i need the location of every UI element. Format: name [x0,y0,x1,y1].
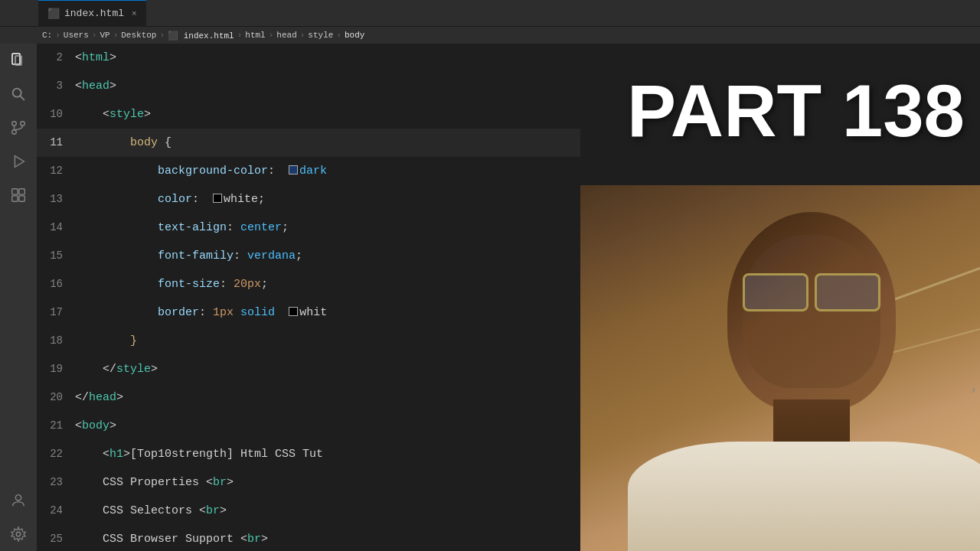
svg-rect-1 [15,56,21,65]
code-line-15: 15 font-family: verdana; [37,242,580,270]
svg-rect-10 [19,189,24,194]
editor-tab[interactable]: ⬛ index.html × [38,0,146,27]
svg-rect-9 [12,189,18,194]
overlay-area: PART 138 [580,44,980,551]
code-line-20: 20 </head> [37,383,580,412]
code-line-10: 10 <style> [37,100,580,129]
webcam-feed: Activate WinGo to Settings › [580,185,980,551]
code-line-19: 19 </style> [37,355,580,383]
code-line-23: 23 CSS Properties <br> [37,468,580,497]
svg-point-6 [12,130,17,135]
scroll-arrow[interactable]: › [969,383,977,397]
svg-point-13 [15,495,21,500]
account-icon[interactable] [8,490,29,511]
debug-icon[interactable] [8,151,29,172]
code-line-22: 22 <h1>[Top10strength] Html CSS Tut [37,440,580,468]
files-icon[interactable] [8,50,29,71]
code-line-16: 16 font-size: 20px; [37,270,580,298]
code-line-2: 2 <html> [37,44,580,72]
extensions-icon[interactable] [8,184,29,206]
svg-rect-11 [12,196,18,201]
color-swatch-white-border [289,307,298,316]
tab-icon: ⬛ [47,8,60,20]
tab-filename: index.html [64,8,124,19]
svg-point-14 [16,532,21,536]
svg-rect-0 [12,54,20,64]
svg-rect-12 [19,196,24,201]
settings-icon[interactable] [8,523,29,545]
source-control-icon[interactable] [8,117,29,139]
tab-close-icon[interactable]: × [132,9,137,18]
color-swatch-dark [289,165,298,174]
code-line-17: 17 border: 1px solid whit [37,298,580,327]
svg-marker-8 [15,156,24,168]
code-line-12: 12 background-color: dark [37,157,580,185]
color-swatch-white [213,194,222,203]
search-icon[interactable] [8,83,29,105]
svg-point-4 [12,122,17,126]
code-content: 2 <html> 3 <head> 10 <style> 11 bo [37,44,580,551]
svg-point-5 [21,122,25,126]
part-label: PART 138 [627,74,965,148]
code-editor[interactable]: 2 <html> 3 <head> 10 <style> 11 bo [37,44,580,551]
code-line-11: 11 body { [37,129,580,157]
tab-bar: ⬛ index.html × [0,0,980,27]
code-line-25: 25 CSS Browser Support <br> [37,525,580,551]
activity-bar [0,44,37,551]
code-line-14: 14 text-align: center; [37,214,580,242]
code-line-24: 24 CSS Selectors <br> [37,497,580,525]
breadcrumb: C: › Users › VP › Desktop › ⬛ index.html… [0,27,980,44]
code-line-21: 21 <body> [37,412,580,440]
code-line-13: 13 color: white; [37,185,580,214]
code-line-18: 18 } [37,327,580,355]
svg-line-3 [20,96,24,99]
code-line-3: 3 <head> [37,72,580,100]
